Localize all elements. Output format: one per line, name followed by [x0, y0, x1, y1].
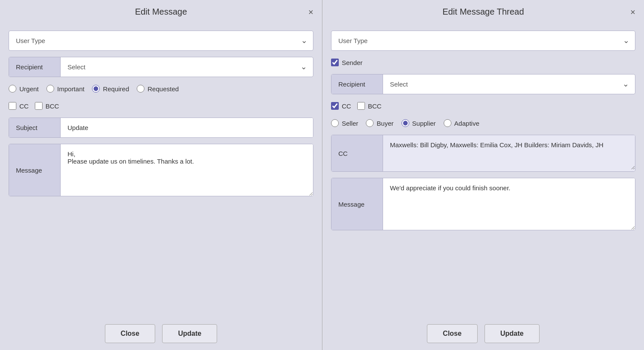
- right-sender-row: Sender: [331, 57, 635, 68]
- right-cc-label[interactable]: CC: [331, 102, 351, 110]
- right-radio-adaptive[interactable]: Adaptive: [444, 119, 479, 127]
- left-cc-checkbox[interactable]: [9, 102, 16, 110]
- left-dialog: Edit Message × User Type Recipient Selec…: [0, 0, 322, 350]
- left-bcc-checkbox[interactable]: [35, 102, 43, 110]
- left-subject-input[interactable]: Update: [61, 118, 313, 137]
- left-cc-label[interactable]: CC: [9, 102, 29, 110]
- right-message-row: Message We'd appreciate if you could fin…: [331, 178, 635, 230]
- left-dialog-header: Edit Message ×: [0, 0, 322, 24]
- left-radio-important[interactable]: Important: [46, 85, 84, 93]
- right-cc-textarea[interactable]: Maxwells: Bill Digby, Maxwells: Emilia C…: [383, 135, 635, 170]
- left-radio-requested[interactable]: Requested: [137, 85, 179, 93]
- right-radio-group: Seller Buyer Supplier Adaptive: [331, 118, 635, 129]
- right-cc-field-label: CC: [331, 135, 383, 171]
- left-dialog-close-x[interactable]: ×: [308, 8, 313, 16]
- right-message-label: Message: [331, 178, 383, 230]
- right-bcc-label[interactable]: BCC: [357, 102, 382, 110]
- left-subject-row: Subject Update: [9, 118, 313, 138]
- right-cc-checkbox[interactable]: [331, 102, 339, 110]
- right-recipient-row: Recipient Select: [331, 74, 635, 94]
- right-dialog-title: Edit Message Thread: [442, 7, 524, 17]
- right-recipient-select-wrapper: Select: [383, 74, 635, 94]
- right-message-textarea[interactable]: We'd appreciate if you could finish soon…: [383, 178, 635, 230]
- right-dialog-footer: Close Update: [322, 317, 644, 350]
- right-radio-supplier[interactable]: Supplier: [402, 119, 436, 127]
- left-recipient-select-wrapper: Select: [61, 57, 313, 77]
- left-cc-bcc-group: CC BCC: [9, 100, 313, 112]
- right-bcc-checkbox[interactable]: [357, 102, 365, 110]
- left-subject-label: Subject: [9, 118, 61, 137]
- left-dialog-title: Edit Message: [135, 7, 187, 17]
- right-close-button[interactable]: Close: [427, 324, 478, 343]
- left-user-type-wrapper: User Type: [9, 31, 313, 51]
- left-update-button[interactable]: Update: [162, 324, 217, 343]
- right-dialog: Edit Message Thread × User Type Sender R…: [322, 0, 644, 350]
- left-radio-group: Urgent Important Required Requested: [9, 83, 313, 94]
- left-recipient-select[interactable]: Select: [61, 57, 92, 77]
- left-bcc-label[interactable]: BCC: [35, 102, 59, 110]
- left-recipient-label: Recipient: [9, 57, 61, 77]
- right-radio-buyer[interactable]: Buyer: [366, 119, 393, 127]
- left-radio-urgent[interactable]: Urgent: [9, 85, 39, 93]
- left-dialog-body: User Type Recipient Select Urgent Import…: [0, 24, 322, 317]
- right-dialog-header: Edit Message Thread ×: [322, 0, 644, 24]
- right-sender-label[interactable]: Sender: [331, 59, 362, 66]
- right-update-button[interactable]: Update: [485, 324, 540, 343]
- right-dialog-body: User Type Sender Recipient Select CC: [322, 24, 644, 317]
- right-user-type-wrapper: User Type: [331, 31, 635, 51]
- right-cc-bcc-group: CC BCC: [331, 100, 635, 112]
- left-radio-required[interactable]: Required: [92, 85, 129, 93]
- right-dialog-close-x[interactable]: ×: [630, 8, 635, 16]
- left-message-row: Message Hi, Please update us on timeline…: [9, 144, 313, 196]
- left-dialog-footer: Close Update: [0, 317, 322, 350]
- right-radio-seller[interactable]: Seller: [331, 119, 358, 127]
- left-user-type-select[interactable]: User Type: [9, 31, 313, 51]
- right-cc-field-wrapper: Maxwells: Bill Digby, Maxwells: Emilia C…: [383, 135, 635, 171]
- right-cc-row: CC Maxwells: Bill Digby, Maxwells: Emili…: [331, 135, 635, 172]
- left-recipient-row: Recipient Select: [9, 57, 313, 77]
- left-close-button[interactable]: Close: [105, 324, 156, 343]
- right-user-type-select[interactable]: User Type: [331, 31, 635, 51]
- right-recipient-select[interactable]: Select: [383, 74, 415, 94]
- left-message-label: Message: [9, 144, 61, 196]
- right-sender-checkbox[interactable]: [331, 59, 339, 66]
- left-message-textarea[interactable]: Hi, Please update us on timelines. Thank…: [61, 144, 313, 196]
- right-recipient-label: Recipient: [331, 74, 383, 94]
